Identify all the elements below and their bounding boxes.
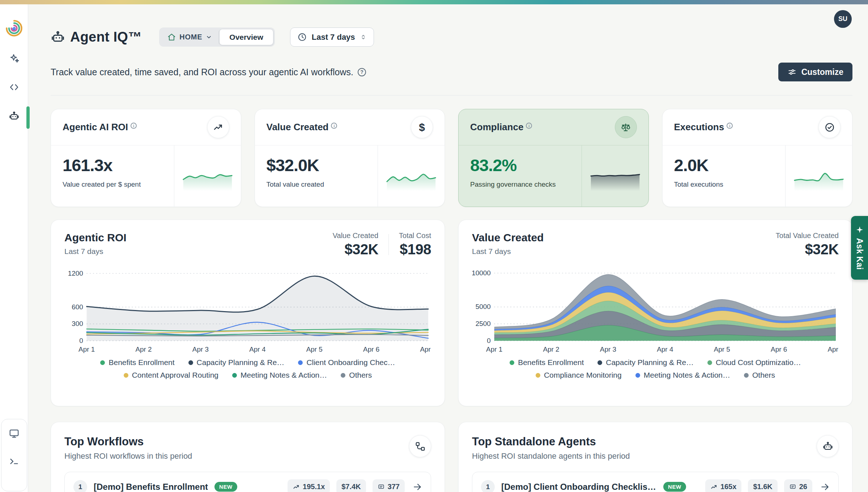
customize-label: Customize xyxy=(801,67,843,77)
rank-badge: 1 xyxy=(73,480,87,492)
svg-text:Apr 5: Apr 5 xyxy=(714,345,730,353)
workflow-icon xyxy=(409,435,431,457)
nav-segmented-control: HOME Overview xyxy=(159,27,275,47)
svg-text:600: 600 xyxy=(72,303,83,311)
agent-row[interactable]: 1 [Demo] Client Onboarding Checklist Aut… xyxy=(472,472,839,492)
chevron-down-icon xyxy=(205,34,212,41)
svg-text:0: 0 xyxy=(79,337,83,344)
value-sparkline xyxy=(386,161,437,192)
open-workflow-button[interactable] xyxy=(413,482,422,492)
legend-item: Benefits Enrollment xyxy=(510,358,584,367)
stat-title: Agentic AI ROI xyxy=(63,122,137,133)
sliders-icon xyxy=(787,67,797,77)
sidebar-item-devices[interactable] xyxy=(6,425,22,442)
subtitle-row: Track value created, time saved, and ROI… xyxy=(51,63,852,81)
list-title: Top Standalone Agents xyxy=(472,435,630,448)
sidebar-item-agent-iq[interactable] xyxy=(6,108,22,124)
total-value-created-value: $32K xyxy=(776,241,839,258)
svg-text:Apr 2: Apr 2 xyxy=(135,345,152,353)
arrow-right-icon xyxy=(820,482,830,492)
top-agents-card: Top Standalone Agents Highest ROI standa… xyxy=(458,422,852,492)
svg-text:1200: 1200 xyxy=(68,269,83,277)
sidebar-item-ai-tools[interactable] xyxy=(6,50,22,67)
stat-cards-row: Agentic AI ROI 161.3x Value created per … xyxy=(51,109,852,207)
open-agent-button[interactable] xyxy=(820,482,830,492)
house-icon xyxy=(167,33,176,42)
date-range-value: Last 7 days xyxy=(312,33,355,42)
customize-button[interactable]: Customize xyxy=(778,63,852,81)
runs-icon xyxy=(789,483,796,491)
info-icon[interactable] xyxy=(526,123,532,129)
roi-pill: 195.1x xyxy=(288,479,330,492)
main-content: Agent IQ™ HOME Overview L xyxy=(28,4,868,492)
help-icon[interactable] xyxy=(358,68,366,76)
chart-subtitle: Last 7 days xyxy=(64,247,127,256)
legend-item: Benefits Enrollment xyxy=(100,358,174,367)
svg-text:10000: 10000 xyxy=(472,269,491,277)
page-header: Agent IQ™ HOME Overview L xyxy=(51,27,852,47)
agent-iq-icon xyxy=(51,30,65,44)
charts-row: Agentic ROI Last 7 days Value Created $3… xyxy=(51,220,852,406)
svg-text:Apr 1: Apr 1 xyxy=(486,345,502,353)
svg-text:Apr 7: Apr 7 xyxy=(827,345,839,353)
stat-value: 161.3x xyxy=(63,155,174,175)
stat-value: $32.0K xyxy=(267,155,378,175)
trend-up-icon xyxy=(293,483,300,491)
roi-sparkline xyxy=(182,161,233,192)
device-monitor-icon xyxy=(9,428,20,439)
legend-item: Others xyxy=(744,371,775,379)
nav-home-label: HOME xyxy=(179,33,202,41)
svg-text:Apr 4: Apr 4 xyxy=(249,345,265,353)
list-subtitle: Highest ROI workflows in this period xyxy=(64,451,192,461)
workflow-name: [Demo] Benefits Enrollment xyxy=(94,482,208,492)
value-created-chart-card: Value Created Last 7 days Total Value Cr… xyxy=(458,220,852,406)
sidebar-bottom-group xyxy=(1,419,27,491)
value-pill: $7.4K xyxy=(336,479,366,492)
date-range-select[interactable]: Last 7 days xyxy=(290,27,374,47)
header-divider xyxy=(51,95,852,96)
legend-item: Capacity Planning & Re… xyxy=(597,358,694,367)
svg-text:Apr 6: Apr 6 xyxy=(363,345,379,353)
svg-text:2500: 2500 xyxy=(476,320,491,327)
app-logo[interactable] xyxy=(5,19,24,38)
svg-text:Apr 1: Apr 1 xyxy=(78,345,95,353)
ask-kai-label: Ask Kai xyxy=(855,238,864,270)
svg-text:Apr 4: Apr 4 xyxy=(657,345,673,353)
sparkle-icon xyxy=(856,226,864,234)
top-workflows-card: Top Workflows Highest ROI workflows in t… xyxy=(51,422,445,492)
svg-text:Apr 7: Apr 7 xyxy=(420,345,431,353)
info-icon[interactable] xyxy=(727,123,733,129)
bottom-row: Top Workflows Highest ROI workflows in t… xyxy=(51,422,852,492)
arrow-right-icon xyxy=(413,482,422,492)
stat-value: 83.2% xyxy=(470,155,582,175)
sidebar-item-terminal[interactable] xyxy=(6,453,22,470)
tab-overview[interactable]: Overview xyxy=(219,29,273,45)
info-icon[interactable] xyxy=(131,123,137,129)
user-avatar[interactable]: SU xyxy=(834,10,852,28)
legend-item: Cloud Cost Optimizatio… xyxy=(707,358,801,367)
agentic-roi-chart-card: Agentic ROI Last 7 days Value Created $3… xyxy=(51,220,445,406)
sidebar-item-code[interactable] xyxy=(6,79,22,96)
stat-value: 2.0K xyxy=(674,155,786,175)
stat-label: Total value created xyxy=(267,181,378,188)
rank-badge: 1 xyxy=(481,480,495,492)
stat-label: Total executions xyxy=(674,181,786,188)
ask-kai-button[interactable]: Ask Kai xyxy=(851,216,868,280)
nav-home-dropdown[interactable]: HOME xyxy=(161,29,219,45)
list-title: Top Workflows xyxy=(64,435,192,448)
page-subtitle: Track value created, time saved, and ROI… xyxy=(51,67,353,77)
value-pill: $1.6K xyxy=(748,479,777,492)
info-icon[interactable] xyxy=(331,123,337,129)
trend-up-icon xyxy=(710,483,718,491)
total-cost-value: $198 xyxy=(399,241,431,258)
value-created-area-chart: 10000500025000Apr 1Apr 2Apr 3Apr 4Apr 5A… xyxy=(472,263,839,354)
stat-card-compliance: Compliance 83.2% Passing governance chec… xyxy=(458,109,649,207)
workflow-row[interactable]: 1 [Demo] Benefits Enrollment NEW 195.1x … xyxy=(64,472,431,492)
legend-item: Content Approval Routing xyxy=(124,371,218,379)
stat-card-roi: Agentic AI ROI 161.3x Value created per … xyxy=(51,109,241,207)
new-badge: NEW xyxy=(663,482,686,492)
executions-sparkline xyxy=(793,161,844,192)
code-icon xyxy=(9,82,20,93)
total-value-created-label: Total Value Created xyxy=(776,232,839,240)
agentic-roi-line-chart: 12006003000Apr 1Apr 2Apr 3Apr 4Apr 5Apr … xyxy=(64,263,431,354)
